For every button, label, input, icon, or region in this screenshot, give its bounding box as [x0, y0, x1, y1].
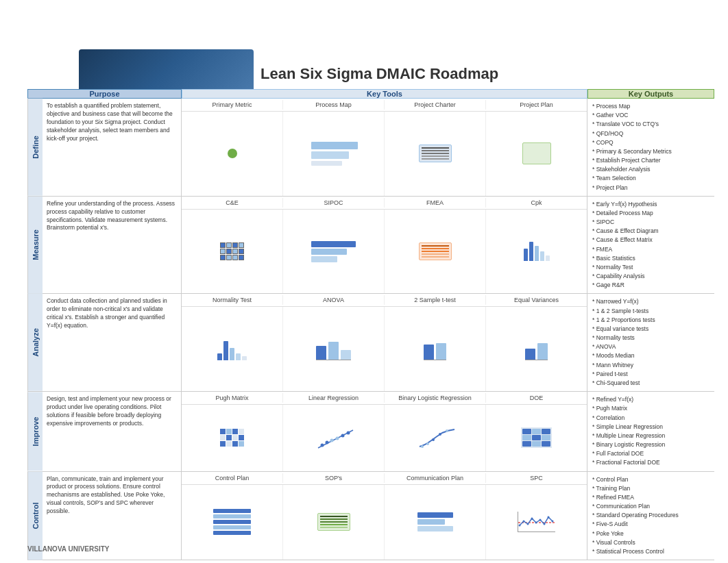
visual-improve-2	[385, 405, 486, 471]
svg-point-4	[335, 437, 339, 440]
tool-name-1-1: SIPOC	[283, 198, 385, 208]
visual-improve-3	[486, 405, 587, 471]
ce-matrix-icon	[220, 242, 244, 260]
visual-control-0	[182, 485, 283, 560]
tool-name-1-2: FMEA	[385, 198, 486, 208]
tool-name-2-1: ANOVA	[283, 295, 385, 305]
svg-point-3	[330, 439, 333, 442]
phase-label-analyze: Analyze	[27, 294, 43, 391]
svg-point-11	[446, 429, 448, 432]
table-content: Define To establish a quantified problem…	[27, 99, 714, 560]
company-logo	[79, 49, 254, 94]
outputs-improve: * Refined Y=f(x)* Pugh Matrix* Correlati…	[587, 392, 714, 471]
page-container: Lean Six Sigma DMAIC Roadmap Purpose Key…	[0, 0, 728, 563]
phase-row-analyze: Analyze Conduct data collection and plan…	[27, 294, 714, 392]
svg-point-2	[325, 441, 328, 445]
svg-point-5	[341, 434, 344, 438]
svg-point-20	[548, 516, 550, 518]
tool-name-0-0: Primary Metric	[182, 100, 283, 110]
svg-point-10	[439, 433, 441, 436]
purpose-analyze: Conduct data collection and planned stud…	[43, 294, 182, 391]
tool-visuals-improve	[182, 405, 587, 471]
tool-name-4-1: SOP's	[283, 473, 385, 483]
visual-analyze-1	[283, 307, 385, 391]
phase-label-improve: Improve	[27, 392, 43, 471]
svg-point-8	[426, 442, 429, 445]
svg-point-13	[519, 525, 521, 527]
svg-point-6	[346, 431, 350, 435]
visual-analyze-2	[385, 307, 486, 391]
tool-names-analyze: Normality Test ANOVA 2 Sample t-test Equ…	[182, 294, 587, 307]
svg-point-9	[432, 438, 435, 441]
svg-point-21	[552, 521, 554, 523]
header-key-tools: Key Tools	[182, 89, 587, 99]
green-circle-icon	[228, 149, 237, 158]
control-plan-icon	[213, 509, 251, 535]
tool-name-4-0: Control Plan	[182, 473, 283, 483]
outputs-measure: * Early Y=f(x) Hypothesis* Detailed Proc…	[587, 197, 714, 294]
tool-name-0-2: Project Charter	[385, 100, 486, 110]
spc-chart-icon	[518, 512, 555, 532]
purpose-measure: Refine your understanding of the process…	[43, 197, 182, 294]
tool-name-3-0: Pugh Matrix	[182, 393, 283, 403]
tool-name-4-2: Communication Plan	[385, 473, 486, 483]
tool-name-1-0: C&E	[182, 198, 283, 208]
visual-control-2	[385, 485, 486, 560]
svg-point-1	[320, 444, 324, 447]
phase-row-measure: Measure Refine your understanding of the…	[27, 197, 714, 295]
visual-analyze-3	[486, 307, 587, 391]
visual-control-1	[283, 485, 385, 560]
visual-improve-1	[283, 405, 385, 471]
visual-define-3	[486, 112, 587, 196]
tool-visuals-control	[182, 485, 587, 560]
tools-define: Primary Metric Process Map Project Chart…	[182, 99, 587, 196]
tool-visuals-define	[182, 112, 587, 196]
svg-point-17	[535, 522, 537, 524]
svg-point-7	[421, 445, 424, 448]
pugh-matrix-icon	[220, 429, 244, 447]
tool-name-3-3: DOE	[486, 393, 587, 403]
visual-control-3	[486, 485, 587, 560]
visual-measure-0	[182, 210, 283, 294]
purpose-improve: Design, test and implement your new proc…	[43, 392, 182, 471]
tool-name-1-3: Cpk	[486, 198, 587, 208]
purpose-define: To establish a quantified problem statem…	[43, 99, 182, 196]
tool-visuals-analyze	[182, 307, 587, 391]
footer-university: VILLANOVA UNIVERSITY	[27, 545, 109, 553]
header-purpose: Purpose	[27, 89, 182, 99]
page-title: Lean Six Sigma DMAIC Roadmap	[260, 65, 498, 83]
tools-measure: C&E SIPOC FMEA Cpk	[182, 197, 587, 294]
tools-control: Control Plan SOP's Communication Plan SP…	[182, 472, 587, 560]
outputs-control: * Control Plan* Training Plan* Refined F…	[587, 472, 714, 560]
phase-row-define: Define To establish a quantified problem…	[27, 99, 714, 197]
tools-improve: Pugh Matrix Linear Regression Binary Log…	[182, 392, 587, 471]
tool-name-0-1: Process Map	[283, 100, 385, 110]
phase-row-control: Control Plan, communicate, train and imp…	[27, 472, 714, 561]
visual-analyze-0	[182, 307, 283, 391]
visual-define-0	[182, 112, 283, 196]
visual-improve-0	[182, 405, 283, 471]
svg-point-19	[544, 523, 546, 525]
visual-measure-2	[385, 210, 486, 294]
tool-names-control: Control Plan SOP's Communication Plan SP…	[182, 472, 587, 485]
visual-measure-1	[283, 210, 385, 294]
tool-name-2-0: Normality Test	[182, 295, 283, 305]
visual-measure-3	[486, 210, 587, 294]
outputs-improve-text: * Refined Y=f(x)* Pugh Matrix* Correlati…	[592, 395, 709, 467]
table-header-row: Purpose Key Tools Key Outputs	[27, 89, 714, 99]
outputs-measure-text: * Early Y=f(x) Hypothesis* Detailed Proc…	[592, 200, 709, 290]
outputs-define: * Process Map* Gather VOC* Translate VOC…	[587, 99, 714, 196]
visual-define-2	[385, 112, 486, 196]
svg-point-16	[531, 518, 533, 520]
svg-point-18	[539, 519, 542, 521]
tool-name-4-3: SPC	[486, 473, 587, 483]
phase-label-define: Define	[27, 99, 43, 196]
outputs-analyze-text: * Narrowed Y=f(x)* 1 & 2 Sample t-tests*…	[592, 297, 709, 388]
phase-row-improve: Improve Design, test and implement your …	[27, 392, 714, 471]
roadmap-table: Purpose Key Tools Key Outputs Define To …	[27, 89, 714, 529]
tool-names-measure: C&E SIPOC FMEA Cpk	[182, 197, 587, 210]
tool-visuals-measure	[182, 210, 587, 294]
tools-analyze: Normality Test ANOVA 2 Sample t-test Equ…	[182, 294, 587, 391]
tool-names-improve: Pugh Matrix Linear Regression Binary Log…	[182, 392, 587, 405]
tool-name-3-1: Linear Regression	[283, 393, 385, 403]
